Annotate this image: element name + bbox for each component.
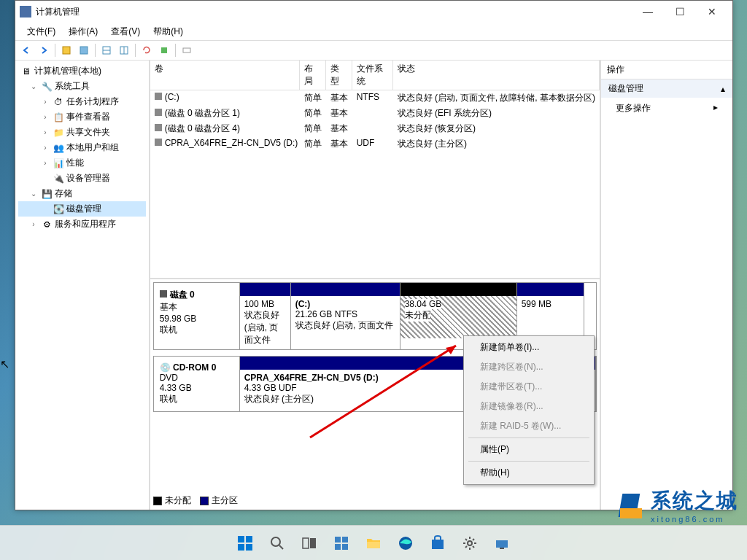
svg-rect-23	[342, 544, 348, 550]
legend: 未分配 主分区	[153, 494, 238, 507]
menu-view[interactable]: 查看(V)	[105, 24, 146, 39]
refresh-button[interactable]	[139, 42, 155, 58]
back-button[interactable]	[18, 42, 34, 58]
svg-rect-24	[367, 542, 380, 548]
actions-panel: 操作 磁盘管理▴ 更多操作▸	[601, 61, 732, 510]
toolbar-button-1[interactable]	[58, 42, 74, 58]
window-title: 计算机管理	[36, 6, 632, 18]
menu-new-striped-volume: 新建带区卷(T)...	[465, 377, 592, 397]
toolbar-button-7[interactable]	[179, 42, 195, 58]
collapse-icon: ▴	[721, 84, 725, 94]
header-type[interactable]: 类型	[326, 61, 352, 90]
volume-row[interactable]: (C:)简单基本NTFS状态良好 (启动, 页面文件, 故障转储, 基本数据分区…	[150, 90, 600, 106]
svg-rect-0	[63, 47, 70, 54]
tree-disk-management[interactable]: 💽磁盘管理	[18, 201, 146, 217]
navigation-tree[interactable]: 🖥计算机管理(本地) ⌄🔧系统工具 ›⏱任务计划程序 ›📋事件查看器 ›📁共享文…	[15, 61, 150, 510]
svg-rect-7	[183, 48, 190, 52]
svg-rect-19	[310, 538, 316, 548]
tools-icon: 🔧	[41, 81, 53, 93]
volume-row[interactable]: (磁盘 0 磁盘分区 1)简单基本状态良好 (EFI 系统分区)	[150, 106, 600, 121]
tree-services[interactable]: ›⚙服务和应用程序	[18, 217, 146, 232]
menubar: 文件(F) 操作(A) 查看(V) 帮助(H)	[15, 23, 732, 40]
svg-rect-21	[342, 537, 348, 542]
chevron-right-icon: ▸	[713, 102, 718, 114]
menu-action[interactable]: 操作(A)	[63, 24, 104, 39]
svg-rect-18	[303, 538, 309, 548]
menu-new-simple-volume[interactable]: 新建简单卷(I)...	[465, 338, 592, 357]
volume-row[interactable]: CPRA_X64FRE_ZH-CN_DV5 (D:)简单基本UDF状态良好 (主…	[150, 136, 600, 152]
volume-list[interactable]: 卷 布局 类型 文件系统 状态 (C:)简单基本NTFS状态良好 (启动, 页面…	[150, 61, 600, 279]
close-button[interactable]: ✕	[696, 1, 728, 22]
watermark: 系统之城 xitong86.com	[617, 487, 738, 524]
svg-rect-20	[335, 537, 341, 542]
menu-properties[interactable]: 属性(P)	[465, 440, 592, 459]
header-volume[interactable]: 卷	[150, 61, 300, 90]
tree-task-scheduler[interactable]: ›⏱任务计划程序	[18, 94, 146, 109]
taskbar[interactable]	[0, 525, 747, 560]
tree-local-users[interactable]: ›👥本地用户和组	[18, 140, 146, 155]
toolbar-button-3[interactable]	[98, 42, 115, 58]
actions-more[interactable]: 更多操作▸	[601, 98, 732, 119]
computer-icon: 🖥	[20, 66, 32, 77]
tree-performance[interactable]: ›📊性能	[18, 155, 146, 171]
edge-button[interactable]	[391, 529, 420, 558]
svg-rect-29	[500, 548, 504, 549]
menu-new-raid5-volume: 新建 RAID-5 卷(W)...	[465, 416, 592, 436]
toolbar-button-6[interactable]	[156, 42, 172, 58]
computer-management-window: 计算机管理 — ☐ ✕ 文件(F) 操作(A) 查看(V) 帮助(H) 🖥计算机…	[15, 0, 733, 510]
svg-line-17	[279, 545, 283, 549]
svg-point-27	[468, 541, 472, 545]
maximize-button[interactable]: ☐	[664, 1, 696, 22]
toolbar-button-2[interactable]	[76, 42, 92, 58]
header-status[interactable]: 状态	[393, 61, 600, 90]
header-fs[interactable]: 文件系统	[352, 61, 393, 90]
folder-icon: 📁	[53, 127, 64, 139]
services-icon: ⚙	[41, 219, 53, 230]
actions-section[interactable]: 磁盘管理▴	[601, 79, 732, 98]
svg-rect-13	[246, 536, 252, 542]
clock-icon: ⏱	[53, 96, 64, 108]
volume-row[interactable]: (磁盘 0 磁盘分区 4)简单基本状态良好 (恢复分区)	[150, 121, 600, 136]
search-button[interactable]	[263, 529, 292, 558]
perf-icon: 📊	[53, 158, 64, 169]
watermark-logo-icon	[617, 491, 646, 520]
tree-shared-folders[interactable]: ›📁共享文件夹	[18, 125, 146, 140]
menu-new-spanned-volume: 新建跨区卷(N)...	[465, 357, 592, 377]
forward-button[interactable]	[36, 42, 52, 58]
minimize-button[interactable]: —	[632, 1, 664, 22]
app-icon	[20, 6, 31, 18]
menu-help[interactable]: 帮助(H)	[465, 463, 592, 483]
titlebar[interactable]: 计算机管理 — ☐ ✕	[15, 1, 732, 23]
context-menu: 新建简单卷(I)... 新建跨区卷(N)... 新建带区卷(T)... 新建镜像…	[463, 335, 595, 485]
svg-rect-12	[238, 536, 244, 542]
start-button[interactable]	[231, 529, 260, 558]
task-view-button[interactable]	[295, 529, 324, 558]
svg-rect-26	[432, 540, 444, 549]
app-button[interactable]	[487, 529, 516, 558]
svg-point-16	[271, 537, 280, 546]
toolbar-button-4[interactable]	[116, 42, 132, 58]
header-layout[interactable]: 布局	[300, 61, 326, 90]
storage-icon: 💾	[41, 188, 53, 200]
tree-device-manager[interactable]: 🔌设备管理器	[18, 171, 146, 186]
svg-rect-14	[238, 544, 244, 551]
settings-button[interactable]	[455, 529, 484, 558]
partition-efi[interactable]: 100 MB状态良好 (启动, 页面文件	[240, 283, 291, 349]
disk-0-label[interactable]: 磁盘 0 基本 59.98 GB 联机	[154, 283, 240, 349]
tree-system-tools[interactable]: ⌄🔧系统工具	[18, 79, 146, 94]
toolbar	[15, 40, 732, 61]
cdrom-label[interactable]: 💿 CD-ROM 0 DVD 4.33 GB 联机	[154, 357, 240, 411]
partition-c[interactable]: (C:)21.26 GB NTFS状态良好 (启动, 页面文件	[291, 283, 400, 349]
tree-storage[interactable]: ⌄💾存储	[18, 186, 146, 201]
svg-rect-11	[620, 508, 642, 518]
volume-header[interactable]: 卷 布局 类型 文件系统 状态	[150, 61, 600, 90]
tree-root[interactable]: 🖥计算机管理(本地)	[18, 63, 146, 79]
store-button[interactable]	[423, 529, 452, 558]
widgets-button[interactable]	[327, 529, 356, 558]
menu-file[interactable]: 文件(F)	[21, 24, 61, 39]
explorer-button[interactable]	[359, 529, 388, 558]
device-icon: 🔌	[53, 173, 64, 184]
svg-rect-6	[161, 47, 167, 53]
menu-help[interactable]: 帮助(H)	[147, 24, 189, 39]
tree-event-viewer[interactable]: ›📋事件查看器	[18, 109, 146, 125]
